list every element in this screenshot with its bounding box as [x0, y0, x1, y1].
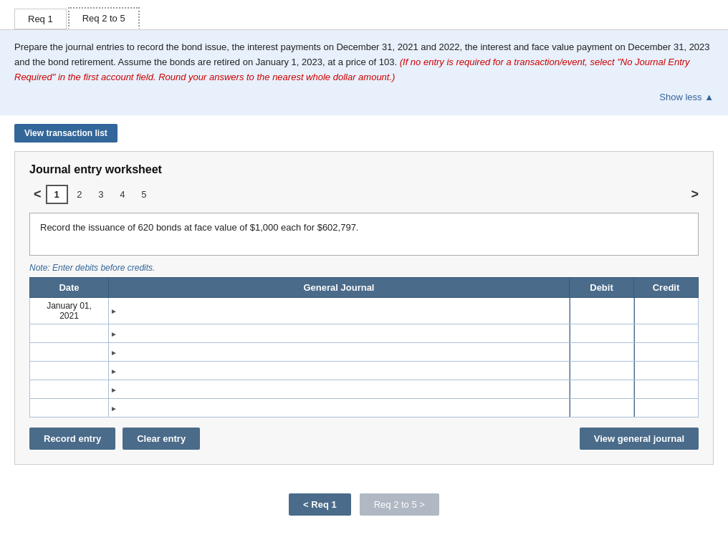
- nav-page-2[interactable]: 2: [70, 186, 90, 203]
- nav-page-1[interactable]: 1: [46, 185, 68, 204]
- credit-cell-2[interactable]: [634, 324, 699, 343]
- date-cell-5: [30, 380, 109, 399]
- view-transaction-button[interactable]: View transaction list: [14, 124, 118, 143]
- journal-cell-3[interactable]: ►: [109, 343, 570, 362]
- debit-input-4[interactable]: [570, 362, 633, 380]
- nav-next-arrow[interactable]: >: [691, 187, 699, 202]
- journal-input-5[interactable]: [109, 380, 569, 398]
- credit-cell-5[interactable]: [634, 380, 699, 399]
- table-row: January 01,2021 ►: [30, 298, 699, 324]
- worksheet-title: Journal entry worksheet: [29, 163, 699, 176]
- journal-input-2[interactable]: [109, 324, 569, 342]
- date-cell-4: [30, 362, 109, 380]
- clear-entry-button[interactable]: Clear entry: [123, 428, 200, 450]
- prev-nav-button[interactable]: < Req 1: [289, 493, 351, 516]
- journal-input-6[interactable]: [109, 399, 569, 417]
- credit-input-4[interactable]: [634, 362, 698, 380]
- worksheet-container: Journal entry worksheet < 1 2 3 4 5 > Re…: [14, 151, 714, 465]
- bottom-nav: < Req 1 Req 2 to 5 >: [0, 479, 728, 537]
- col-header-debit: Debit: [570, 278, 634, 298]
- debit-cell-6[interactable]: [570, 399, 634, 417]
- journal-input-4[interactable]: [109, 362, 569, 380]
- description-block: Prepare the journal entries to record th…: [0, 29, 728, 115]
- table-row: ►: [30, 399, 699, 417]
- nav-prev-arrow[interactable]: <: [29, 185, 46, 203]
- debit-input-6[interactable]: [570, 399, 633, 417]
- debit-input-5[interactable]: [570, 380, 633, 398]
- date-cell-1: January 01,2021: [30, 298, 109, 324]
- debit-input-2[interactable]: [570, 324, 633, 342]
- credit-input-1[interactable]: [634, 298, 698, 324]
- table-row: ►: [30, 362, 699, 380]
- credit-input-3[interactable]: [634, 343, 698, 361]
- table-row: ►: [30, 343, 699, 362]
- debit-cell-4[interactable]: [570, 362, 634, 380]
- journal-cell-4[interactable]: ►: [109, 362, 570, 380]
- show-less-link[interactable]: Show less ▲: [659, 92, 714, 102]
- credit-cell-6[interactable]: [634, 399, 699, 417]
- nav-page-4[interactable]: 4: [112, 186, 133, 203]
- nav-row: < 1 2 3 4 5 >: [29, 185, 699, 204]
- table-row: ►: [30, 380, 699, 399]
- record-entry-button[interactable]: Record entry: [29, 428, 115, 450]
- debit-input-1[interactable]: [570, 298, 633, 324]
- credit-input-6[interactable]: [634, 399, 698, 417]
- journal-input-3[interactable]: [109, 343, 569, 361]
- nav-page-5[interactable]: 5: [134, 186, 154, 203]
- tabs-row: Req 1 Req 2 to 5: [0, 0, 728, 29]
- bottom-buttons: Record entry Clear entry View general jo…: [29, 428, 699, 450]
- next-nav-button[interactable]: Req 2 to 5 >: [360, 493, 439, 516]
- date-cell-3: [30, 343, 109, 362]
- tab-req2to5[interactable]: Req 2 to 5: [68, 7, 140, 29]
- note-text: Note: Enter debits before credits.: [29, 263, 699, 273]
- credit-cell-3[interactable]: [634, 343, 699, 362]
- journal-input-1[interactable]: [109, 298, 569, 324]
- journal-cell-5[interactable]: ►: [109, 380, 570, 399]
- col-header-credit: Credit: [634, 278, 699, 298]
- credit-cell-4[interactable]: [634, 362, 699, 380]
- debit-cell-1[interactable]: [570, 298, 634, 324]
- debit-cell-5[interactable]: [570, 380, 634, 399]
- journal-cell-2[interactable]: ►: [109, 324, 570, 343]
- date-cell-6: [30, 399, 109, 417]
- journal-table: Date General Journal Debit Credit Januar…: [29, 277, 699, 417]
- entry-description-box: Record the issuance of 620 bonds at face…: [29, 213, 699, 256]
- date-cell-2: [30, 324, 109, 343]
- journal-cell-6[interactable]: ►: [109, 399, 570, 417]
- debit-cell-3[interactable]: [570, 343, 634, 362]
- credit-input-2[interactable]: [634, 324, 698, 342]
- credit-cell-1[interactable]: [634, 298, 699, 324]
- col-header-journal: General Journal: [109, 278, 570, 298]
- debit-input-3[interactable]: [570, 343, 633, 361]
- view-general-journal-button[interactable]: View general journal: [580, 428, 699, 450]
- tab-req1[interactable]: Req 1: [14, 9, 67, 29]
- nav-page-3[interactable]: 3: [91, 186, 111, 203]
- journal-cell-1[interactable]: ►: [109, 298, 570, 324]
- col-header-date: Date: [30, 278, 109, 298]
- debit-cell-2[interactable]: [570, 324, 634, 343]
- credit-input-5[interactable]: [634, 380, 698, 398]
- table-row: ►: [30, 324, 699, 343]
- toolbar-row: View transaction list: [0, 115, 728, 151]
